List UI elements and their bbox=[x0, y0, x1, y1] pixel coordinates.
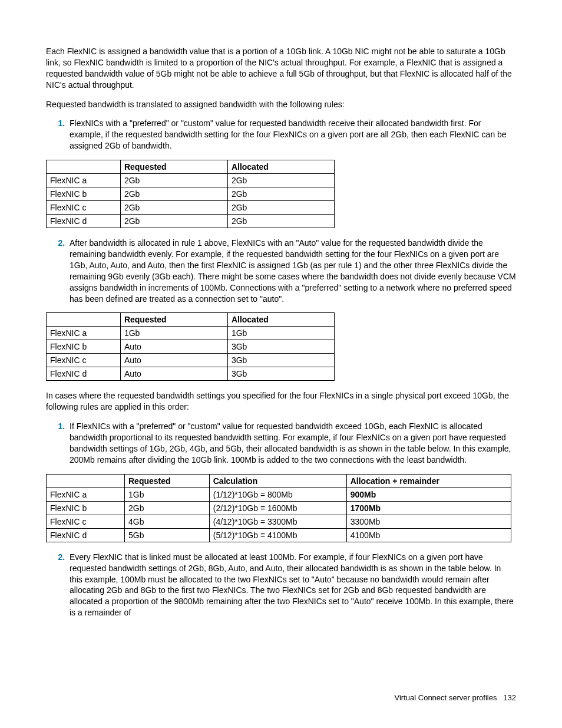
table-cell: 2Gb bbox=[227, 215, 334, 228]
table-cell: FlexNIC a bbox=[47, 487, 125, 501]
th-allocation-remainder: Allocation + remainder bbox=[346, 474, 511, 487]
table-header-row: Requested Calculation Allocation + remai… bbox=[47, 474, 511, 487]
table-row: FlexNIC d2Gb2Gb bbox=[47, 215, 335, 228]
paragraph-rules-intro: Requested bandwidth is translated to ass… bbox=[46, 99, 516, 110]
paragraph-exceed-intro: In cases where the requested bandwidth s… bbox=[46, 390, 516, 413]
table-row: FlexNIC c2Gb2Gb bbox=[47, 201, 335, 215]
page-footer: Virtual Connect server profiles 132 bbox=[395, 693, 516, 702]
th-blank bbox=[47, 313, 121, 327]
table-cell: (4/12)*10Gb = 3300Mb bbox=[209, 515, 346, 528]
paragraph-intro: Each FlexNIC is assigned a bandwidth val… bbox=[46, 46, 516, 91]
rule-item-2-2: Every FlexNIC that is linked must be all… bbox=[67, 552, 516, 618]
table-cell: FlexNIC c bbox=[47, 354, 121, 367]
table-row: FlexNIC d5Gb(5/12)*10Gb = 4100Mb4100Mb bbox=[47, 528, 511, 542]
table-cell: FlexNIC a bbox=[47, 174, 121, 187]
table-cell: 1Gb bbox=[120, 327, 227, 340]
rule-item-1: FlexNICs with a "preferred" or "custom" … bbox=[67, 118, 516, 151]
table-cell: 900Mb bbox=[346, 487, 511, 501]
table-cell: 4Gb bbox=[125, 515, 210, 528]
table-cell: 4100Mb bbox=[346, 528, 511, 542]
rule-item-2: After bandwidth is allocated in rule 1 a… bbox=[67, 238, 516, 304]
th-requested: Requested bbox=[120, 160, 227, 174]
table-row: FlexNIC b2Gb2Gb bbox=[47, 187, 335, 201]
table-row: FlexNIC a1Gb(1/12)*10Gb = 800Mb900Mb bbox=[47, 487, 511, 501]
table-cell: FlexNIC c bbox=[47, 515, 125, 528]
table-cell: 2Gb bbox=[120, 174, 227, 187]
table-1: Requested Allocated FlexNIC a2Gb2GbFlexN… bbox=[46, 160, 335, 228]
table-cell: FlexNIC c bbox=[47, 201, 121, 215]
table-row: FlexNIC b2Gb(2/12)*10Gb = 1600Mb1700Mb bbox=[47, 501, 511, 515]
table-cell: (5/12)*10Gb = 4100Mb bbox=[209, 528, 346, 542]
table-cell: FlexNIC b bbox=[47, 501, 125, 515]
table-cell: (2/12)*10Gb = 1600Mb bbox=[209, 501, 346, 515]
th-requested: Requested bbox=[120, 313, 227, 327]
table-cell: 3Gb bbox=[227, 340, 334, 354]
table-cell: 1700Mb bbox=[346, 501, 511, 515]
th-allocated: Allocated bbox=[227, 313, 334, 327]
table-cell: FlexNIC d bbox=[47, 215, 121, 228]
table-header-row: Requested Allocated bbox=[47, 160, 335, 174]
rules-list-1-continued: After bandwidth is allocated in rule 1 a… bbox=[46, 238, 516, 304]
table-cell: 2Gb bbox=[120, 187, 227, 201]
th-blank bbox=[47, 474, 125, 487]
table-cell: (1/12)*10Gb = 800Mb bbox=[209, 487, 346, 501]
table-cell: 2Gb bbox=[120, 215, 227, 228]
footer-section: Virtual Connect server profiles bbox=[395, 693, 497, 702]
table-2: Requested Allocated FlexNIC a1Gb1GbFlexN… bbox=[46, 312, 335, 381]
rule-item-2-1: If FlexNICs with a "preferred" or "custo… bbox=[67, 421, 516, 466]
footer-page: 132 bbox=[503, 693, 516, 702]
table-cell: 3300Mb bbox=[346, 515, 511, 528]
th-blank bbox=[47, 160, 121, 174]
table-cell: FlexNIC b bbox=[47, 187, 121, 201]
rules-list-2: If FlexNICs with a "preferred" or "custo… bbox=[46, 421, 516, 466]
th-calculation: Calculation bbox=[209, 474, 346, 487]
table-cell: FlexNIC d bbox=[47, 367, 121, 381]
table-row: FlexNIC dAuto3Gb bbox=[47, 367, 335, 381]
table-cell: FlexNIC b bbox=[47, 340, 121, 354]
table-cell: Auto bbox=[120, 354, 227, 367]
table-cell: 3Gb bbox=[227, 367, 334, 381]
table-cell: 2Gb bbox=[227, 201, 334, 215]
rules-list-1: FlexNICs with a "preferred" or "custom" … bbox=[46, 118, 516, 151]
th-allocated: Allocated bbox=[227, 160, 334, 174]
table-cell: Auto bbox=[120, 367, 227, 381]
table-header-row: Requested Allocated bbox=[47, 313, 335, 327]
table-row: FlexNIC a1Gb1Gb bbox=[47, 327, 335, 340]
table-cell: 2Gb bbox=[120, 201, 227, 215]
table-cell: FlexNIC a bbox=[47, 327, 121, 340]
th-requested: Requested bbox=[125, 474, 210, 487]
table-cell: 2Gb bbox=[125, 501, 210, 515]
table-cell: 1Gb bbox=[227, 327, 334, 340]
table-row: FlexNIC c4Gb(4/12)*10Gb = 3300Mb3300Mb bbox=[47, 515, 511, 528]
table-cell: 5Gb bbox=[125, 528, 210, 542]
table-cell: 3Gb bbox=[227, 354, 334, 367]
table-row: FlexNIC bAuto3Gb bbox=[47, 340, 335, 354]
table-3: Requested Calculation Allocation + remai… bbox=[46, 474, 511, 542]
table-row: FlexNIC a2Gb2Gb bbox=[47, 174, 335, 187]
table-cell: FlexNIC d bbox=[47, 528, 125, 542]
table-cell: 2Gb bbox=[227, 187, 334, 201]
table-cell: 1Gb bbox=[125, 487, 210, 501]
table-cell: 2Gb bbox=[227, 174, 334, 187]
table-cell: Auto bbox=[120, 340, 227, 354]
rules-list-2-continued: Every FlexNIC that is linked must be all… bbox=[46, 552, 516, 618]
table-row: FlexNIC cAuto3Gb bbox=[47, 354, 335, 367]
